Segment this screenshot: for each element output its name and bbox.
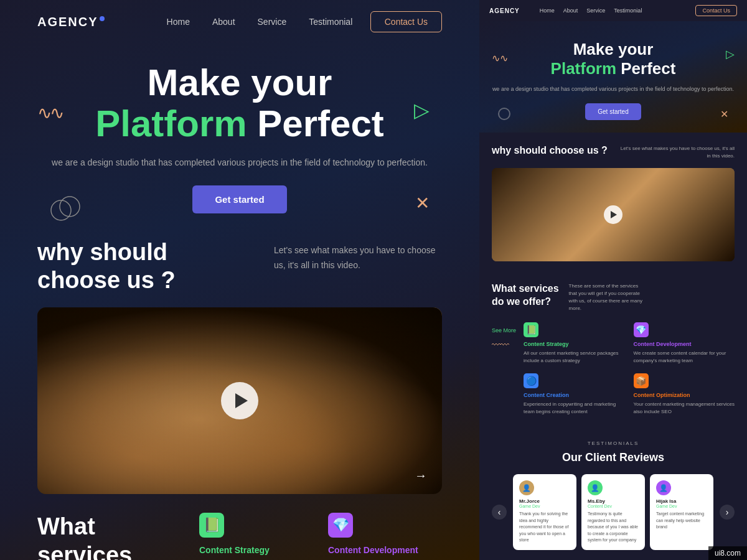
right-service-card-3: 📦 Content Optimization Your content mark… — [634, 373, 735, 416]
testimonial-name-2: Hijak Isa — [656, 498, 707, 504]
right-x-deco: ✕ — [720, 108, 728, 120]
right-content-strategy-desc: All our content marketing service packag… — [524, 350, 624, 365]
testimonial-card-0: 👤 Mr.Jorce Game Dev Thank you for solvin… — [513, 474, 576, 550]
right-services-header: What servicesdo we offer? These are some… — [492, 282, 735, 312]
right-video-area[interactable] — [492, 168, 735, 261]
right-hero-title: Make your Platform Perfect — [492, 40, 735, 78]
right-nav-testimonial[interactable]: Testimonial — [614, 7, 642, 14]
right-services-layout: See More 〰〰 📗 Content Strategy All our c… — [492, 322, 735, 416]
right-service-card-0: 📗 Content Strategy All our content marke… — [524, 322, 624, 365]
right-services-left: See More 〰〰 — [492, 322, 516, 416]
right-service-card-2: 🔵 Content Creation Experienced in copywr… — [524, 373, 624, 416]
right-content-development-title: Content Development — [634, 341, 735, 347]
watermark: ui8.com — [708, 546, 747, 560]
testimonial-text-1: Testimony is quite regarded to this and … — [588, 511, 639, 544]
content-strategy-title: Content Strategy — [199, 545, 313, 555]
right-video-play-button[interactable] — [604, 205, 622, 224]
right-nav-home[interactable]: Home — [540, 7, 555, 14]
right-circle-deco — [498, 108, 510, 120]
testimonial-avatar-0: 👤 — [519, 480, 534, 495]
right-content-development-desc: We create some content calendar for your… — [634, 350, 735, 365]
right-content-creation-desc: Experienced in copywriting and marketing… — [524, 401, 624, 416]
testimonial-prev-button[interactable]: ‹ — [492, 505, 507, 520]
content-development-icon: 💎 — [328, 513, 353, 538]
right-why-title: why should choose us ? — [492, 145, 608, 156]
why-description: Let's see what makes you have to choose … — [274, 238, 442, 273]
right-content-optimization-title: Content Optimization — [634, 392, 735, 398]
right-hero-subtitle: we are a design studio that has complete… — [492, 85, 735, 94]
right-nav-links: Home About Service Testimonial — [540, 7, 642, 14]
testimonial-next-button[interactable]: › — [720, 505, 735, 520]
main-nav: AGENcY Home About Service Testimonial Co… — [0, 0, 479, 44]
right-video-inner — [492, 168, 735, 261]
see-more-link[interactable]: See More — [492, 327, 516, 334]
x-deco: ✕ — [415, 193, 430, 213]
service-cards: 📗 Content Strategy All our content marke… — [199, 513, 442, 560]
why-section: why should choose us ? Let's see what ma… — [0, 213, 479, 295]
testimonial-name-1: Ms.Eby — [588, 498, 639, 504]
content-development-title: Content Development — [328, 545, 442, 555]
right-nav-about[interactable]: About — [563, 7, 578, 14]
video-play-button[interactable] — [221, 382, 258, 419]
right-why-description: Let's see what makes you have to choose … — [618, 145, 735, 161]
testimonials-label: TESTIMONIALS — [492, 441, 735, 446]
right-services-desc: These are some of the services that you … — [569, 282, 644, 312]
right-why-header: why should choose us ? Let's see what ma… — [492, 145, 735, 161]
right-panel: AGENcY Home About Service Testimonial Co… — [479, 0, 747, 560]
right-services-grid: 📗 Content Strategy All our content marke… — [524, 322, 735, 416]
testimonials-row: ‹ 👤 Mr.Jorce Game Dev Thank you for solv… — [492, 474, 735, 550]
right-services-section: What servicesdo we offer? These are some… — [479, 270, 747, 428]
right-brand-logo: AGENcY — [489, 7, 520, 14]
right-main-nav: AGENcY Home About Service Testimonial Co… — [479, 0, 747, 21]
right-service-card-1: 💎 Content Development We create some con… — [634, 322, 735, 365]
arrow-right-icon[interactable]: → — [415, 469, 427, 483]
right-services-title: What servicesdo we offer? — [492, 282, 559, 309]
right-get-started-button[interactable]: Get started — [585, 103, 641, 120]
right-nav-service[interactable]: Service — [586, 7, 605, 14]
testimonial-avatar-1: 👤 — [588, 480, 603, 495]
testimonial-card-1: 👤 Ms.Eby Content Dev Testimony is quite … — [581, 474, 645, 550]
testimonial-role-1: Content Dev — [588, 504, 639, 508]
testimonial-text-2: Target content marketing can really help… — [656, 511, 707, 531]
testimonial-role-2: Game Dev — [656, 504, 707, 508]
wave-deco: 〰〰 — [492, 340, 516, 350]
testimonial-card-2: 👤 Hijak Isa Game Dev Target content mark… — [650, 474, 713, 550]
right-content-development-icon: 💎 — [634, 322, 649, 337]
content-strategy-icon: 📗 — [199, 513, 224, 538]
right-contact-us-button[interactable]: Contact Us — [695, 5, 737, 16]
nav-about[interactable]: About — [212, 17, 235, 27]
service-card-content-development: 💎 Content Development We create some con… — [328, 513, 442, 560]
video-area[interactable]: → — [37, 307, 442, 494]
testimonial-text-0: Thank you for solving the idea and highl… — [519, 511, 570, 544]
testimonials-title: Our Client Reviews — [492, 451, 735, 464]
video-inner: → — [37, 307, 442, 494]
right-content-optimization-desc: Your content marketing management servic… — [634, 401, 735, 416]
nav-links: Home About Service Testimonial — [167, 17, 353, 27]
contact-us-button[interactable]: Contact Us — [370, 11, 442, 32]
right-content-creation-title: Content Creation — [524, 392, 624, 398]
services-title: What servicesdo we offer? — [37, 513, 174, 560]
nav-service[interactable]: Service — [258, 17, 287, 27]
right-testimonials-section: TESTIMONIALS Our Client Reviews ‹ 👤 Mr.J… — [479, 428, 747, 560]
hero-title: Make your Platform Perfect — [37, 62, 442, 144]
brand-logo: AGENcY — [37, 15, 105, 29]
right-content-strategy-icon: 📗 — [524, 322, 538, 337]
right-content-creation-icon: 🔵 — [524, 373, 538, 388]
get-started-button[interactable]: Get started — [192, 185, 286, 213]
service-card-content-strategy: 📗 Content Strategy All our content marke… — [199, 513, 313, 560]
testimonial-name-0: Mr.Jorce — [519, 498, 570, 504]
testimonial-role-0: Game Dev — [519, 504, 570, 508]
why-title: why should choose us ? — [37, 238, 249, 295]
testimonials-cards: 👤 Mr.Jorce Game Dev Thank you for solvin… — [513, 474, 713, 550]
right-squiggle-deco: ∿∿ — [492, 52, 508, 64]
left-panel: AGENcY Home About Service Testimonial Co… — [0, 0, 479, 560]
right-hero-section: ∿∿ ▷ ✕ Make your Platform Perfect we are… — [479, 21, 747, 133]
right-content-optimization-icon: 📦 — [634, 373, 649, 388]
nav-testimonial[interactable]: Testimonial — [309, 17, 352, 27]
nav-home[interactable]: Home — [167, 17, 190, 27]
hero-section: ∿∿ ▷ ✕ Make your Platform Perfect we are… — [0, 44, 479, 213]
testimonial-avatar-2: 👤 — [656, 480, 671, 495]
right-why-section: why should choose us ? Let's see what ma… — [479, 133, 747, 271]
right-content-strategy-title: Content Strategy — [524, 341, 624, 347]
logo-dot — [100, 16, 105, 21]
